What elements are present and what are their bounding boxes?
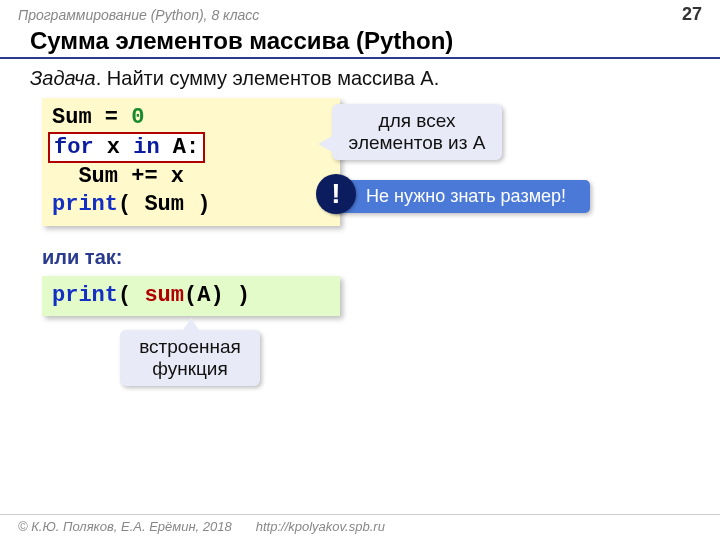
callout-no-size: ! Не нужно знать размер! xyxy=(330,180,590,213)
callout-line: функция xyxy=(134,358,246,380)
code-var: x xyxy=(94,135,134,160)
page-title: Сумма элементов массива (Python) xyxy=(0,25,720,59)
callout-tail-icon xyxy=(318,136,332,152)
code-text: ( Sum ) xyxy=(118,192,210,217)
callout-line: встроенная xyxy=(134,336,246,358)
code-var: A: xyxy=(160,135,200,160)
code-fn-highlight: sum xyxy=(144,283,184,308)
copyright-text: © К.Ю. Поляков, Е.А. Ерёмин, 2018 xyxy=(18,519,232,534)
callout-builtin: встроенная функция xyxy=(120,330,260,386)
callout-tail-icon xyxy=(183,318,199,330)
task-body: . Найти сумму элементов массива A. xyxy=(96,67,440,89)
code-block-sum: print( sum(A) ) xyxy=(42,276,340,316)
course-label: Программирование (Python), 8 класс xyxy=(18,7,259,23)
code-fn: print xyxy=(52,283,118,308)
code-block-loop: Sum = 0 for x in A: Sum += x print( Sum … xyxy=(42,98,340,226)
callout-for-all: для всех элементов из A xyxy=(332,104,502,160)
highlighted-line: for x in A: xyxy=(48,132,205,164)
code-text: (A) ) xyxy=(184,283,250,308)
page-number: 27 xyxy=(682,4,702,25)
code-text: Sum += x xyxy=(52,164,184,189)
task-text: Задача. Найти сумму элементов массива A. xyxy=(0,59,720,96)
exclamation-icon: ! xyxy=(316,174,356,214)
code-text: ( xyxy=(118,283,144,308)
task-prefix: Задача xyxy=(30,67,96,89)
code-number: 0 xyxy=(131,105,144,130)
callout-line: для всех xyxy=(346,110,488,132)
footer-link[interactable]: http://kpolyakov.spb.ru xyxy=(256,519,385,534)
code-text: Sum = xyxy=(52,105,131,130)
header-top: Программирование (Python), 8 класс 27 xyxy=(0,0,720,25)
callout-line: элементов из A xyxy=(346,132,488,154)
code-keyword: for xyxy=(54,135,94,160)
or-label: или так: xyxy=(42,246,122,269)
code-fn: print xyxy=(52,192,118,217)
footer: © К.Ю. Поляков, Е.А. Ерёмин, 2018 http:/… xyxy=(0,514,720,540)
callout-text: Не нужно знать размер! xyxy=(366,186,566,206)
code-keyword: in xyxy=(133,135,159,160)
